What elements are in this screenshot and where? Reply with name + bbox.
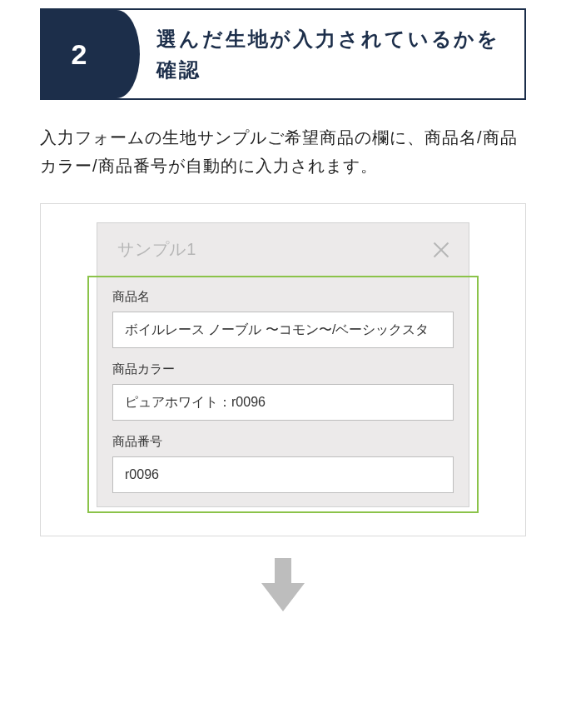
product-name-input[interactable] bbox=[112, 312, 454, 348]
card-title: サンプル1 bbox=[117, 238, 196, 261]
close-icon[interactable] bbox=[432, 241, 450, 259]
product-color-input[interactable] bbox=[112, 384, 454, 421]
product-number-input[interactable] bbox=[112, 456, 454, 493]
step-description: 入力フォームの生地サンプルご希望商品の欄に、商品名/商品カラー/商品番号が自動的… bbox=[40, 123, 526, 180]
step-number-text: 2 bbox=[72, 38, 87, 71]
screenshot-frame: サンプル1 商品名 商品カラー 商品番号 bbox=[40, 203, 526, 536]
step-number-badge: 2 bbox=[42, 10, 117, 98]
product-number-label: 商品番号 bbox=[112, 434, 454, 450]
product-name-label: 商品名 bbox=[112, 289, 454, 305]
step-title: 選んだ生地が入力されているかを確認 bbox=[117, 10, 524, 98]
card-header: サンプル1 bbox=[97, 223, 469, 276]
field-product-name: 商品名 bbox=[112, 289, 454, 348]
sample-card: サンプル1 商品名 商品カラー 商品番号 bbox=[97, 222, 469, 507]
field-product-color: 商品カラー bbox=[112, 362, 454, 421]
arrow-down-icon bbox=[253, 553, 313, 616]
highlight-box: 商品名 商品カラー 商品番号 bbox=[87, 276, 479, 513]
product-color-label: 商品カラー bbox=[112, 362, 454, 377]
step-header: 2 選んだ生地が入力されているかを確認 bbox=[40, 8, 526, 100]
field-product-number: 商品番号 bbox=[112, 434, 454, 493]
